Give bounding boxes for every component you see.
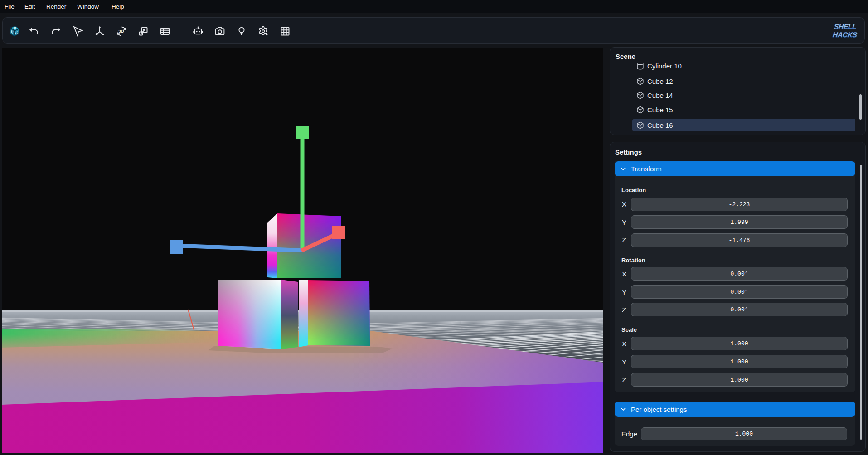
svg-text:HACKS: HACKS bbox=[832, 31, 858, 39]
svg-text:3D: 3D bbox=[118, 29, 124, 34]
svg-text:U: U bbox=[14, 26, 16, 30]
svg-text:SHELL: SHELL bbox=[834, 23, 857, 30]
